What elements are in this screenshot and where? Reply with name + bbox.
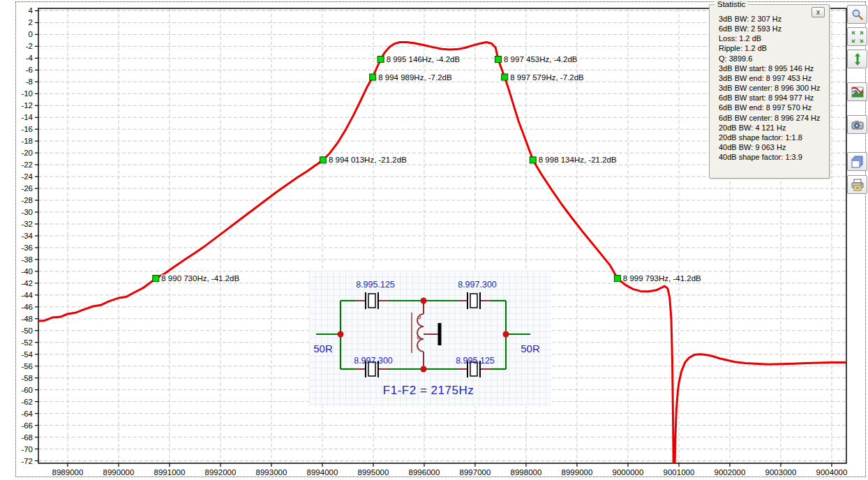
svg-text:-20: -20 [21,149,33,157]
crystal-label-bottom-right: 8.995.125 [447,356,503,366]
curve-marker[interactable] [614,276,620,282]
stat-20db-shape: 20dB shape factor: 1:1.8 [719,133,826,142]
print-button[interactable] [847,175,867,194]
zoom-icon [851,8,864,21]
crystal-label-top-left: 8.995.125 [347,280,403,290]
svg-text:-6: -6 [26,66,33,74]
svg-text:-16: -16 [21,125,33,133]
svg-text:-8: -8 [26,77,33,86]
curve-marker[interactable] [370,74,376,80]
svg-text:-40: -40 [21,267,33,276]
marker-label: 8 994 013Hz, -21.2dB [329,156,407,164]
printer-icon [851,179,864,191]
curve-marker[interactable] [320,157,326,163]
svg-text:-46: -46 [21,303,33,311]
svg-text:8989000: 8989000 [52,468,84,477]
marker-label: 8 990 730Hz, -41.2dB [161,274,239,283]
svg-text:-70: -70 [21,445,33,453]
x-axis-labels: 8989000899000089910008992000899300089940… [52,468,848,477]
fit-vertical-icon [851,53,864,66]
stat-3db-end: 3dB BW end: 8 997 453 Hz [719,73,826,83]
svg-text:-24: -24 [21,172,33,181]
svg-text:-38: -38 [21,255,33,264]
svg-text:4: 4 [29,6,33,15]
chart-settings-button[interactable] [847,82,867,101]
svg-text:-68: -68 [21,433,33,442]
stat-loss: Loss: 1.2 dB [719,33,826,43]
stat-3db-start: 3dB BW start: 8 995 146 Hz [719,63,826,73]
fit-screen-icon [851,31,864,43]
curve-marker[interactable] [502,74,508,80]
stat-3db-bw: 3dB BW: 2 307 Hz [719,14,826,24]
curve-marker[interactable] [377,57,384,63]
marker-label: 8 995 146Hz, -4.2dB [387,55,461,63]
stat-40db-bw: 40dB BW: 9 063 Hz [719,142,826,152]
svg-text:-32: -32 [21,220,33,228]
svg-text:9000000: 9000000 [613,468,644,477]
svg-text:8995000: 8995000 [358,468,389,477]
svg-text:-60: -60 [21,386,33,394]
statistic-panel: Statistic x 3dB BW: 2 307 Hz 6dB BW: 2 5… [709,4,830,179]
svg-text:9004000: 9004000 [816,468,848,477]
stat-3db-center: 3dB BW center: 8 996 300 Hz [719,83,826,93]
svg-text:-12: -12 [21,101,33,110]
svg-text:9001000: 9001000 [664,468,695,477]
svg-text:0: 0 [29,30,33,38]
svg-text:-2: -2 [26,42,33,50]
svg-text:-30: -30 [21,208,33,216]
svg-text:-52: -52 [21,338,33,347]
stat-40db-shape: 40dB shape factor: 1:3.9 [719,152,826,162]
svg-text:-56: -56 [21,362,33,370]
svg-text:-58: -58 [21,374,33,382]
side-toolbar [847,0,868,480]
crystal-label-bottom-left: 8.997.300 [345,356,401,366]
svg-text:-42: -42 [21,279,33,287]
y-axis-labels: 420-2-4-6-8-10-12-14-16-18-20-22-24-26-2… [21,6,33,465]
screenshot-button[interactable] [847,115,867,134]
svg-text:8991000: 8991000 [154,468,186,477]
curve-marker[interactable] [153,276,159,282]
crystal-label-top-right: 8.997.300 [449,280,505,290]
marker-label: 8 994 989Hz, -7.2dB [378,73,452,82]
svg-text:9002000: 9002000 [714,468,746,477]
svg-text:-10: -10 [21,89,33,98]
svg-text:-22: -22 [21,160,33,169]
svg-text:-36: -36 [21,243,33,252]
stat-20db-bw: 20dB BW: 4 121 Hz [719,123,826,133]
stat-6db-start: 6dB BW start: 8 994 977 Hz [719,93,826,103]
svg-text:8990000: 8990000 [103,468,135,477]
stat-ripple: Ripple: 1.2 dB [719,43,826,53]
fit-vertical-button[interactable] [847,50,867,68]
svg-text:-28: -28 [21,196,33,204]
svg-text:8999000: 8999000 [562,468,593,477]
impedance-label-left: 50R [309,344,337,354]
svg-text:8997000: 8997000 [460,468,491,477]
curve-marker[interactable] [495,57,502,63]
svg-text:-44: -44 [21,291,33,299]
fit-screen-button[interactable] [847,27,867,46]
filter-schematic: 8.995.125 8.997.300 8.997.300 8.995.125 … [309,271,551,407]
copy-button[interactable] [847,152,867,171]
svg-text:-26: -26 [21,184,33,193]
curve-markers: 8 990 730Hz, -41.2dB8 994 013Hz, -21.2dB… [153,55,701,283]
stat-q: Q: 3899.6 [719,54,826,63]
statistic-panel-title: Statistic [714,0,748,8]
svg-text:-50: -50 [21,327,33,335]
zoom-button[interactable] [847,5,867,24]
stat-6db-end: 6dB BW end: 8 997 570 Hz [719,103,826,112]
svg-text:-54: -54 [21,350,33,359]
curve-marker[interactable] [530,157,536,163]
marker-label: 8 998 134Hz, -21.2dB [539,156,617,164]
svg-text:-72: -72 [21,457,33,465]
svg-text:-64: -64 [21,410,33,418]
svg-text:-18: -18 [21,137,33,145]
svg-text:-4: -4 [26,54,33,62]
close-button[interactable]: x [811,7,825,17]
svg-text:8996000: 8996000 [409,468,440,477]
marker-label: 8 999 793Hz, -41.2dB [623,274,701,283]
svg-text:-34: -34 [21,232,33,240]
svg-text:8993000: 8993000 [256,468,287,477]
svg-text:8994000: 8994000 [307,468,338,477]
impedance-label-right: 50R [514,344,546,354]
svg-text:-14: -14 [21,113,33,121]
